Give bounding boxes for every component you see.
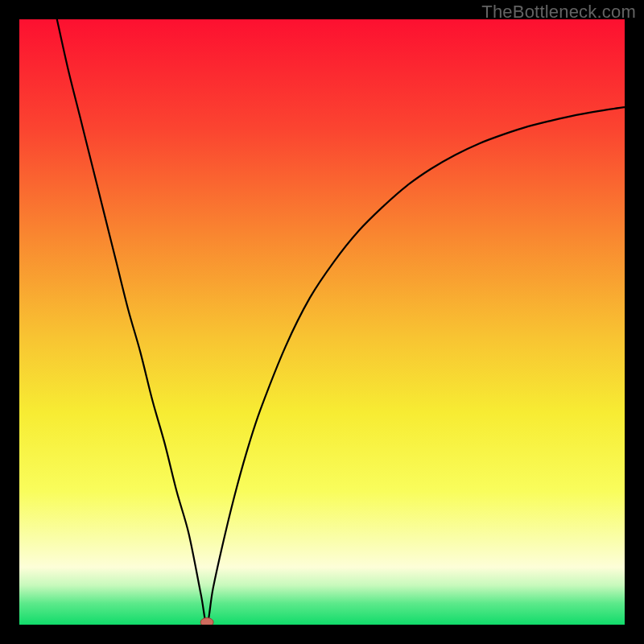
gradient-background [19, 19, 625, 625]
optimal-point-marker [200, 618, 213, 625]
bottleneck-chart [19, 19, 625, 625]
chart-frame: TheBottleneck.com [0, 0, 644, 644]
plot-area [19, 19, 625, 625]
